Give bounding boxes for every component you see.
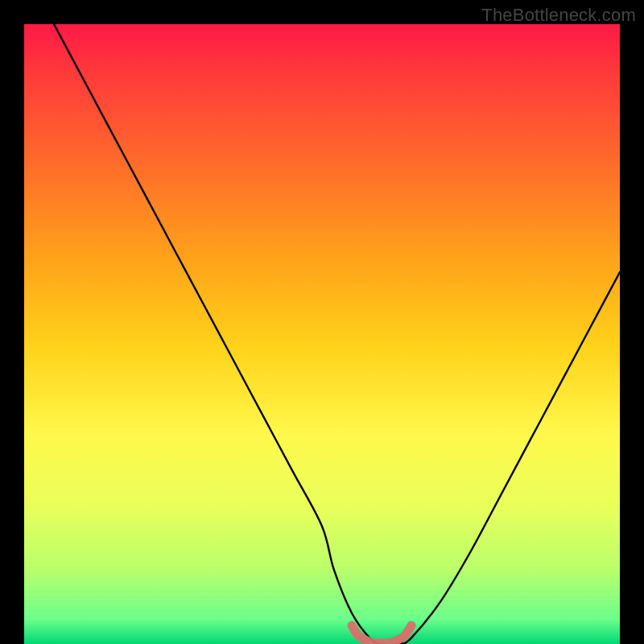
bottleneck-curve — [54, 24, 620, 644]
watermark-text: TheBottleneck.com — [481, 5, 636, 26]
curve-layer — [24, 24, 620, 644]
plot-area — [24, 24, 620, 644]
chart-frame: TheBottleneck.com — [0, 0, 644, 644]
